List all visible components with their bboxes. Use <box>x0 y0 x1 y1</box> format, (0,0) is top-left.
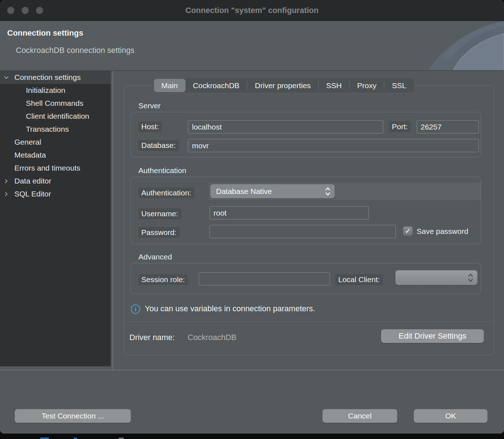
local-client-select[interactable] <box>395 270 477 285</box>
chevron-down-icon[interactable] <box>3 74 9 81</box>
tab-driver-properties[interactable]: Driver properties <box>247 79 318 92</box>
database-input[interactable] <box>188 139 479 152</box>
tab-proxy[interactable]: Proxy <box>350 79 384 92</box>
advanced-group-title: Advanced <box>138 253 172 261</box>
local-client-label: Local Client: <box>335 274 383 285</box>
save-password-checkbox[interactable]: ✓ <box>403 226 413 236</box>
connection-tabs: Main CockroachDB Driver properties SSH P… <box>153 78 415 93</box>
sidebar-item-label: Data editor <box>14 177 51 185</box>
session-role-label: Session role: <box>138 274 188 285</box>
cancel-button[interactable]: Cancel <box>322 409 397 423</box>
sidebar-item-connection-settings[interactable]: Connection settings <box>0 71 111 84</box>
sidebar-item-general[interactable]: General <box>0 136 111 149</box>
authentication-label: Authentication: <box>138 187 194 198</box>
port-input[interactable] <box>417 120 479 133</box>
sidebar-item-label: Transactions <box>26 125 69 133</box>
authentication-select[interactable]: Database Native <box>210 184 335 198</box>
database-label: Database: <box>138 140 179 151</box>
sidebar-item-label: Client identification <box>26 112 89 121</box>
sidebar-item-label: SQL Editor <box>14 190 51 198</box>
up-down-chevrons-icon <box>325 187 331 196</box>
page-subtitle: CockroachDB connection settings <box>16 46 134 55</box>
info-icon: i <box>131 304 140 314</box>
titlebar: Connection "system" configuration <box>0 0 504 21</box>
page-title: Connection settings <box>7 28 83 38</box>
sidebar-item-label: General <box>14 138 41 146</box>
sidebar-item-initialization[interactable]: Initialization <box>0 84 111 97</box>
chevron-right-icon[interactable] <box>3 191 9 197</box>
info-icon-glyph: i <box>135 306 137 313</box>
port-label: Port: <box>389 121 411 132</box>
sidebar-item-errors-and-timeouts[interactable]: Errors and timeouts <box>0 162 111 175</box>
sidebar-item-client-identification[interactable]: Client identification <box>0 110 111 123</box>
dialog-header: Connection settings CockroachDB connecti… <box>0 21 504 71</box>
window-title: Connection "system" configuration <box>0 0 504 21</box>
driver-name-value: CockroachDB <box>188 333 237 342</box>
driver-section-divider <box>124 321 494 322</box>
session-role-input[interactable] <box>199 272 330 285</box>
background-window-fragment <box>74 438 77 439</box>
save-password-label: Save password <box>417 227 481 236</box>
variables-hint-text: You can use variables in connection para… <box>145 304 315 313</box>
settings-tree: Connection settings Initialization Shell… <box>0 71 111 366</box>
sidebar-item-sql-editor[interactable]: SQL Editor <box>0 187 111 200</box>
sidebar-item-label: Connection settings <box>14 73 81 82</box>
checkmark-icon: ✓ <box>405 227 411 235</box>
driver-name-label: Driver name: <box>129 333 175 342</box>
password-input[interactable] <box>210 225 396 238</box>
username-input[interactable] <box>210 206 369 220</box>
sidebar-item-metadata[interactable]: Metadata <box>0 149 111 162</box>
password-label: Password: <box>138 227 179 238</box>
connection-config-dialog: Connection "system" configuration Connec… <box>0 0 504 434</box>
tab-ssl[interactable]: SSL <box>384 79 414 92</box>
header-swirl-decoration <box>396 21 504 71</box>
sidebar-divider <box>113 71 113 370</box>
tab-cockroachdb[interactable]: CockroachDB <box>185 79 247 92</box>
sidebar-item-transactions[interactable]: Transactions <box>0 123 111 136</box>
host-label: Host: <box>138 121 162 132</box>
sidebar-item-shell-commands[interactable]: Shell Commands <box>0 97 111 110</box>
sidebar-item-label: Initialization <box>26 86 65 95</box>
ok-button[interactable]: OK <box>414 409 487 423</box>
host-input[interactable] <box>188 120 383 133</box>
username-label: Username: <box>138 208 181 219</box>
test-connection-button[interactable]: Test Connection ... <box>15 409 131 423</box>
sidebar-item-data-editor[interactable]: Data editor <box>0 175 111 187</box>
up-down-chevrons-icon <box>467 273 474 282</box>
authentication-group-title: Authentication <box>138 166 186 175</box>
tab-ssh[interactable]: SSH <box>319 79 349 92</box>
sidebar-item-label: Metadata <box>14 151 46 159</box>
edit-driver-settings-button[interactable]: Edit Driver Settings <box>381 329 484 343</box>
tab-main[interactable]: Main <box>154 79 185 92</box>
sidebar-item-label: Shell Commands <box>26 99 83 108</box>
chevron-right-icon[interactable] <box>3 178 9 184</box>
background-window-fragment <box>119 438 124 439</box>
authentication-select-value: Database Native <box>216 187 272 196</box>
server-group-title: Server <box>138 101 161 110</box>
sidebar-item-label: Errors and timeouts <box>14 164 80 172</box>
background-window-fragment <box>40 438 49 439</box>
footer-divider <box>0 370 504 370</box>
